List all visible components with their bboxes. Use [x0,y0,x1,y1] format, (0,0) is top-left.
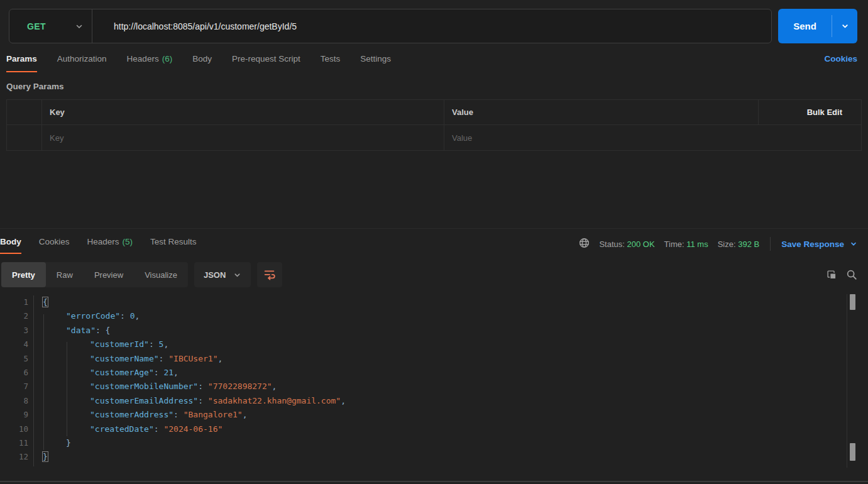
response-tab-body[interactable]: Body [0,237,21,254]
response-tab-test-results-label: Test Results [150,237,197,246]
tab-headers-label: Headers [127,54,159,63]
code-line: 4"customerId": 5, [0,338,847,351]
format-label: JSON [204,270,226,280]
code-line: 1{ [0,295,847,309]
format-dropdown[interactable]: JSON [194,262,251,287]
request-tabs: Params Authorization Headers(6) Body Pre… [6,54,857,72]
code-line: 8"customerEmailAddress": "sadakhat22.kha… [0,394,847,408]
response-section-divider [0,228,868,229]
query-params-header-row: Key Value Bulk Edit [7,100,861,125]
response-toolbar: Pretty Raw Preview Visualize JSON [1,262,857,287]
tab-settings-label: Settings [360,54,391,63]
tab-params-label: Params [6,54,37,63]
url-bar: GET [9,9,772,43]
code-line: 10"createdDate": "2024-06-16" [0,422,847,436]
scrollbar-track-border [847,294,847,468]
response-tab-headers[interactable]: Headers(5) [87,237,133,254]
tab-settings[interactable]: Settings [360,54,391,72]
response-header: Body Cookies Headers(5) Test Results Sta… [0,237,857,254]
tab-params[interactable]: Params [6,54,37,72]
tab-pre-request-script[interactable]: Pre-request Script [232,54,300,72]
tab-tests[interactable]: Tests [321,54,341,72]
wrap-text-button[interactable] [257,262,282,287]
request-url-row: GET Send [9,9,857,43]
wrap-text-icon [263,267,277,283]
response-body-viewer: 1{2"errorCode": 0,3"data": {4"customerId… [0,290,868,471]
send-button-label: Send [778,9,832,43]
code-line: 5"customerName": "IBCUser1", [0,352,847,366]
code-line: 3"data": { [0,324,847,338]
response-meta: Status: 200 OK Time: 11 ms Size: 392 B S… [579,237,857,250]
view-visualize-button[interactable]: Visualize [134,262,188,287]
view-pretty-button[interactable]: Pretty [1,262,46,287]
tab-headers[interactable]: Headers(6) [127,54,173,72]
globe-icon [579,238,590,250]
url-input[interactable] [92,9,771,43]
tab-pre-request-script-label: Pre-request Script [232,54,300,63]
save-response-button[interactable]: Save Response [781,239,857,249]
code-line: 7"customerMobileNumber": "77022898272", [0,380,847,393]
scrollbar-thumb-bottom[interactable] [850,443,855,461]
param-value-input[interactable] [444,133,861,143]
tab-body-label: Body [192,54,212,63]
view-raw-button[interactable]: Raw [46,262,84,287]
headers-count-badge: (6) [162,54,173,63]
value-column-header: Value [444,107,473,117]
response-tab-headers-label: Headers [87,237,119,246]
tab-body[interactable]: Body [192,54,212,72]
response-tabs: Body Cookies Headers(5) Test Results [0,237,197,254]
checkbox-column-header [7,100,42,124]
meta-divider [770,237,771,251]
response-tab-cookies[interactable]: Cookies [39,237,70,254]
code-line: 2"errorCode": 0, [0,309,847,323]
chevron-down-icon [75,22,84,31]
send-button[interactable]: Send [778,9,857,43]
method-dropdown[interactable]: GET [9,9,92,43]
response-view-switcher: Pretty Raw Preview Visualize [1,262,188,287]
method-label: GET [27,21,46,31]
response-headers-count-badge: (5) [123,237,133,246]
bulk-edit-button[interactable]: Bulk Edit [807,107,861,117]
key-column-header: Key [42,107,65,117]
code-line: 11} [0,436,847,450]
response-tab-cookies-label: Cookies [39,237,70,246]
postman-request-window: GET Send Params Authorization Headers(6)… [0,0,868,484]
response-action-icons [826,269,857,280]
query-params-input-row [7,125,861,150]
tab-tests-label: Tests [321,54,341,63]
status-badge: Status: 200 OK [599,239,654,249]
query-params-title: Query Params [6,82,64,91]
tab-authorization-label: Authorization [57,54,107,63]
param-key-input[interactable] [42,133,444,143]
format-chevron-icon [233,271,241,279]
bottom-divider [0,481,868,482]
query-params-table: Key Value Bulk Edit [6,99,862,151]
view-preview-button[interactable]: Preview [84,262,134,287]
send-options-chevron-icon[interactable] [832,9,857,43]
response-code[interactable]: 1{2"errorCode": 0,3"data": {4"customerId… [0,295,847,465]
checkbox-cell [7,125,42,150]
cookies-link[interactable]: Cookies [824,54,857,63]
response-tab-body-label: Body [0,237,21,246]
response-tab-test-results[interactable]: Test Results [150,237,197,254]
code-line: 12} [0,450,847,464]
code-line: 6"customerAge": 21, [0,366,847,380]
save-response-label: Save Response [781,239,844,249]
copy-icon[interactable] [826,269,837,280]
save-response-chevron-icon [850,240,857,248]
tab-authorization[interactable]: Authorization [57,54,107,72]
time-badge: Time: 11 ms [664,239,708,249]
code-line: 9"customerAddress": "Bangalore1", [0,408,847,422]
search-icon[interactable] [846,269,857,280]
scrollbar-thumb-top[interactable] [850,294,855,310]
size-badge: Size: 392 B [718,239,760,249]
